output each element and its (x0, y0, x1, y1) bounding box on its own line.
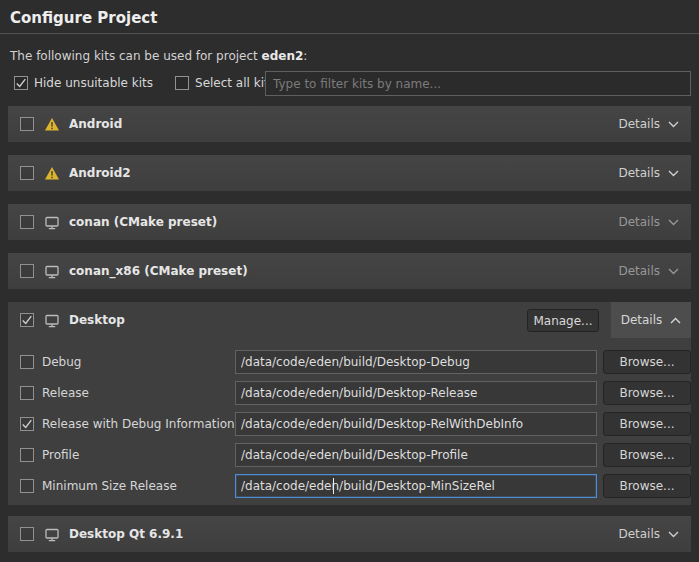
select-all-kits-checkbox[interactable] (175, 76, 189, 90)
warning-icon (44, 166, 60, 181)
page-title: Configure Project (10, 9, 157, 27)
build-config-label: Minimum Size Release (42, 479, 177, 493)
hide-unsuitable-kits-checkbox[interactable] (14, 76, 28, 90)
check-icon (21, 418, 33, 430)
kit-name: conan (CMake preset) (69, 215, 217, 229)
kit-row-desktop-qt: Desktop Qt 6.9.1 Details (8, 516, 691, 552)
kit-filter-controls: Hide unsuitable kits Select all kits (14, 76, 275, 90)
kit-checkbox-desktop[interactable] (20, 313, 34, 327)
browse-button-debug[interactable]: Browse... (603, 350, 691, 374)
build-config-checkbox-minsizerel[interactable] (20, 479, 34, 493)
details-label: Details (618, 117, 660, 131)
build-dir-input-debug[interactable] (235, 350, 597, 374)
build-config-row-relwithdebinfo: Release with Debug Information Browse... (8, 412, 691, 436)
kits-hint-prefix: The following kits can be used for proje… (10, 49, 262, 63)
kit-checkbox-desktop-qt[interactable] (20, 527, 34, 541)
build-config-checkbox-profile[interactable] (20, 448, 34, 462)
details-label: Details (618, 215, 660, 229)
build-dir-input-minsizerel[interactable] (235, 474, 597, 498)
chevron-down-icon (668, 121, 679, 128)
kit-checkbox-android[interactable] (20, 117, 34, 131)
kits-hint-suffix: : (303, 49, 307, 63)
details-toggle-android[interactable]: Details (616, 117, 681, 131)
chevron-down-icon (668, 531, 679, 538)
build-config-row-profile: Profile Browse... (8, 443, 691, 467)
hide-unsuitable-kits-option[interactable]: Hide unsuitable kits (14, 76, 153, 90)
build-config-row-release: Release Browse... (8, 381, 691, 405)
kit-row-android: Android Details (8, 106, 691, 142)
build-config-checkbox-release[interactable] (20, 386, 34, 400)
browse-button-profile[interactable]: Browse... (603, 443, 691, 467)
kit-row-desktop: Desktop Manage... Details (8, 302, 691, 338)
build-config-label: Profile (42, 448, 79, 462)
kit-name: Desktop (69, 313, 125, 327)
details-label: Details (618, 527, 660, 541)
desktop-icon (44, 264, 60, 279)
details-toggle-conan[interactable]: Details (616, 215, 681, 229)
warning-icon (44, 117, 60, 132)
kits-hint-text: The following kits can be used for proje… (10, 49, 307, 63)
desktop-icon (44, 527, 60, 542)
kit-checkbox-conan[interactable] (20, 215, 34, 229)
build-config-checkbox-debug[interactable] (20, 355, 34, 369)
project-name: eden2 (262, 49, 304, 63)
build-config-label: Debug (42, 355, 81, 369)
chevron-down-icon (668, 170, 679, 177)
details-toggle-desktop[interactable]: Details (611, 302, 691, 338)
browse-button-relwithdebinfo[interactable]: Browse... (603, 412, 691, 436)
kit-row-conan: conan (CMake preset) Details (8, 204, 691, 240)
kit-name: Desktop Qt 6.9.1 (69, 527, 183, 541)
browse-button-minsizerel[interactable]: Browse... (603, 474, 691, 498)
kit-checkbox-android2[interactable] (20, 166, 34, 180)
details-toggle-android2[interactable]: Details (616, 166, 681, 180)
details-toggle-conan-x86[interactable]: Details (616, 264, 681, 278)
build-dir-input-relwithdebinfo[interactable] (235, 412, 597, 436)
kit-name: Android2 (69, 166, 131, 180)
select-all-kits-option[interactable]: Select all kits (175, 76, 275, 90)
chevron-down-icon (668, 268, 679, 275)
build-config-checkbox-relwithdebinfo[interactable] (20, 417, 34, 431)
kit-filter-input[interactable] (265, 71, 691, 96)
chevron-down-icon (668, 219, 679, 226)
kit-card-desktop: Desktop Manage... Details Debug Browse..… (8, 302, 691, 505)
select-all-kits-label: Select all kits (195, 76, 275, 90)
details-label: Details (618, 166, 660, 180)
build-dir-input-release[interactable] (235, 381, 597, 405)
kit-name: conan_x86 (CMake preset) (69, 264, 248, 278)
desktop-icon (44, 313, 60, 328)
check-icon (15, 77, 27, 89)
text-caret (333, 478, 334, 494)
desktop-icon (44, 215, 60, 230)
build-config-label: Release with Debug Information (42, 417, 235, 431)
title-separator (0, 33, 699, 34)
chevron-up-icon (670, 317, 681, 324)
check-icon (21, 314, 33, 326)
kit-row-conan-x86: conan_x86 (CMake preset) Details (8, 253, 691, 289)
manage-kits-button[interactable]: Manage... (527, 309, 599, 332)
build-dir-input-profile[interactable] (235, 443, 597, 467)
kit-name: Android (69, 117, 122, 131)
build-config-row-minsizerel: Minimum Size Release Browse... (8, 474, 691, 498)
kit-row-android2: Android2 Details (8, 155, 691, 191)
build-config-row-debug: Debug Browse... (8, 350, 691, 374)
hide-unsuitable-kits-label: Hide unsuitable kits (34, 76, 153, 90)
browse-button-release[interactable]: Browse... (603, 381, 691, 405)
details-toggle-desktop-qt[interactable]: Details (616, 527, 681, 541)
kit-checkbox-conan-x86[interactable] (20, 264, 34, 278)
build-config-label: Release (42, 386, 89, 400)
details-label: Details (618, 264, 660, 278)
details-label: Details (621, 313, 663, 327)
